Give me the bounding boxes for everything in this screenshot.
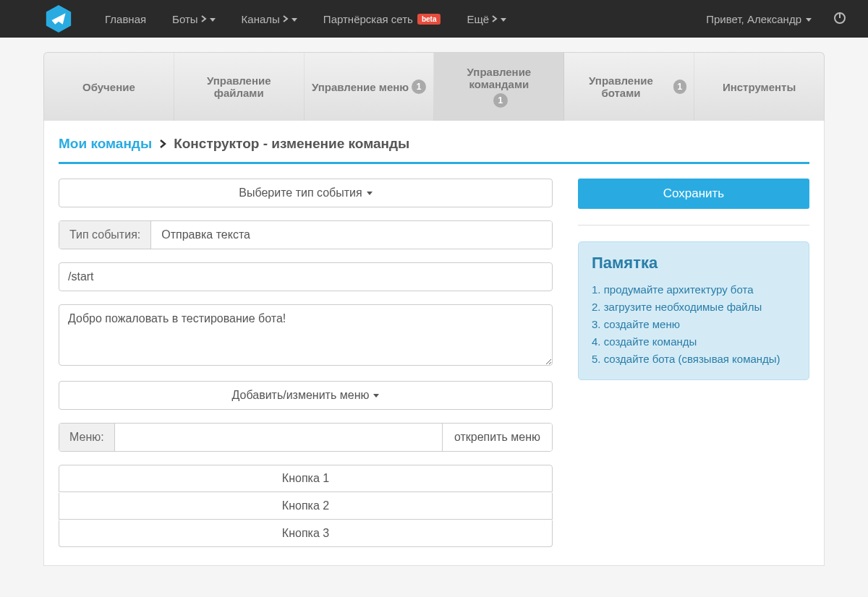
form-main: Выберите тип события Тип события: Отправ… [59,179,553,547]
tab-files[interactable]: Управление файлами [174,53,305,121]
memo-item[interactable]: 2. загрузите необходимые файлы [592,298,796,316]
caret-down-icon [292,13,297,25]
tab-label: Управление файлами [182,74,297,99]
save-button[interactable]: Сохранить [578,179,809,209]
beta-badge: beta [417,14,441,25]
chevron-right-icon [283,15,289,22]
memo-item[interactable]: 5. создайте бота (связывая команды) [592,351,796,368]
memo-item[interactable]: 4. создайте команды [592,333,796,351]
chevron-right-icon [159,139,166,149]
tab-badge: 1 [673,80,687,94]
menu-buttons-list: Кнопка 1 Кнопка 2 Кнопка 3 [59,465,553,547]
message-textarea[interactable]: Добро пожаловать в тестирование бота! [59,304,553,366]
nav-partner-label: Партнёрская сеть [323,13,413,25]
event-type-dropdown[interactable]: Выберите тип события [59,179,553,207]
nav-channels-label: Каналы [242,13,280,25]
breadcrumb: Мои команды Конструктор - изменение кома… [59,132,809,164]
brand-logo[interactable] [43,4,74,34]
nav-home-label: Главная [105,13,146,25]
caret-down-icon [210,13,216,25]
nav-partner[interactable]: Партнёрская сеть beta [310,13,454,25]
dropdown-label: Выберите тип события [239,186,362,199]
menu-label: Меню: [59,424,115,451]
nav-more[interactable]: Ещё [454,13,519,25]
detach-menu-button[interactable]: открепить меню [442,424,552,451]
tab-label: Управление командами [441,66,556,90]
tab-bar: Обучение Управление файлами Управление м… [43,52,825,121]
caret-down-icon [373,389,379,402]
memo-item[interactable]: 1. продумайте архитектуру бота [592,281,796,298]
main-container: Обучение Управление файлами Управление м… [43,52,825,566]
menu-group: Меню: открепить меню [59,423,553,452]
memo-title: Памятка [592,254,796,272]
tab-label: Инструменты [723,81,796,93]
tab-menus[interactable]: Управление меню 1 [305,53,435,121]
top-navigation: Главная Боты Каналы Партнёрская сеть bet… [0,0,868,38]
tab-label: Управление меню [312,81,409,93]
chevron-right-icon [201,15,207,22]
menu-value [115,424,442,451]
nav-right: Привет, Александр [706,12,854,27]
menu-button-item[interactable]: Кнопка 1 [59,465,553,492]
nav-more-label: Ещё [467,13,489,25]
user-greeting[interactable]: Привет, Александр [706,13,812,25]
form-layout: Выберите тип события Тип события: Отправ… [59,179,809,547]
tab-bots[interactable]: Управление ботами 1 [564,53,694,121]
power-icon[interactable] [826,12,854,27]
tab-label: Управление ботами [571,74,670,99]
chevron-right-icon [492,15,498,22]
nav-bots[interactable]: Боты [159,13,229,25]
tab-commands[interactable]: Управление командами 1 [434,53,564,121]
event-type-group: Тип события: Отправка текста [59,220,553,249]
caret-down-icon [806,13,812,25]
caret-down-icon [367,186,373,199]
menu-button-item[interactable]: Кнопка 2 [59,493,553,520]
content-panel: Мои команды Конструктор - изменение кома… [43,121,825,566]
tab-badge: 1 [412,80,426,94]
event-type-label: Тип события: [59,221,151,249]
breadcrumb-link[interactable]: Мои команды [59,136,152,152]
divider [578,225,809,226]
nav-items: Главная Боты Каналы Партнёрская сеть bet… [92,13,706,25]
tab-tools[interactable]: Инструменты [694,53,824,121]
caret-down-icon [501,13,506,25]
menu-button-item[interactable]: Кнопка 3 [59,520,553,547]
memo-panel: Памятка 1. продумайте архитектуру бота 2… [578,241,809,380]
breadcrumb-current: Конструктор - изменение команды [174,136,409,152]
nav-bots-label: Боты [172,13,198,25]
menu-dropdown[interactable]: Добавить/изменить меню [59,381,553,410]
nav-channels[interactable]: Каналы [229,13,310,25]
memo-item[interactable]: 3. создайте меню [592,316,796,333]
tab-badge: 1 [493,93,508,108]
greeting-text: Привет, Александр [706,13,801,25]
tab-label: Обучение [82,81,135,93]
nav-home[interactable]: Главная [92,13,159,25]
command-input[interactable] [59,262,553,291]
event-type-value: Отправка текста [151,221,552,249]
tab-training[interactable]: Обучение [44,53,174,121]
dropdown-label: Добавить/изменить меню [232,389,370,402]
form-sidebar: Сохранить Памятка 1. продумайте архитект… [578,179,809,547]
